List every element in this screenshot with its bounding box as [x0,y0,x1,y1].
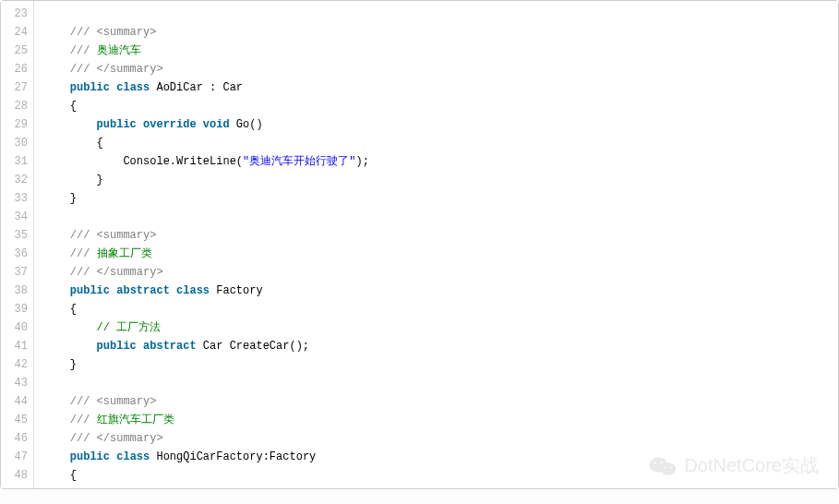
token: } [97,174,103,186]
token: class [176,284,210,297]
line-number: 38 [1,282,28,300]
token: /// </summary> [70,266,163,279]
line-number: 47 [1,448,28,466]
token: // 工厂方法 [97,321,162,334]
token: { [70,469,77,482]
line-number: 29 [1,115,28,134]
line-number: 44 [1,392,28,411]
code-line: } [43,355,838,374]
token: ); [355,155,368,168]
code-line: { [43,300,838,318]
token: public [70,81,110,94]
code-line [43,208,838,226]
line-number: 35 [1,226,28,245]
token: Car CreateCar(); [197,340,309,353]
code-line: /// </summary> [43,60,838,78]
line-number: 30 [1,134,28,152]
token: Factory [210,284,263,297]
line-number: 42 [1,355,28,374]
code-line: /// </summary> [43,263,838,282]
token: Console.WriteLine( [123,155,243,168]
token: Go() [230,118,263,131]
line-number: 37 [1,263,28,282]
line-number: 24 [1,23,28,42]
line-number: 39 [1,300,28,318]
line-number: 31 [1,152,28,171]
line-number: 25 [1,42,28,60]
code-line: /// 奥迪汽车 [43,42,838,60]
token: /// [70,247,97,260]
code-line: // 工厂方法 [43,318,838,337]
token: override [143,118,197,131]
token: /// <summary> [70,26,157,39]
code-line [43,374,838,392]
token: { [70,100,77,113]
code-line: public class HongQiCarFactory:Factory [43,448,838,466]
code-line: { [43,134,838,152]
line-number: 34 [1,208,28,226]
line-number: 23 [1,5,28,23]
line-number: 40 [1,318,28,337]
token: abstract [116,284,170,297]
token: 奥迪汽车 [97,44,141,57]
code-line: /// 红旗汽车工厂类 [43,411,838,429]
line-number: 43 [1,374,28,392]
line-number: 48 [1,466,28,485]
token: /// <summary> [70,395,157,408]
token: "奥迪汽车开始行驶了" [243,155,355,168]
line-number: 26 [1,60,28,78]
line-number: 32 [1,171,28,189]
code-line: { [43,466,838,485]
code-line: /// <summary> [43,226,838,245]
token [137,118,143,131]
token: public [97,340,137,353]
token: { [97,137,103,150]
line-number: 33 [1,189,28,208]
line-number-gutter: 2324252627282930313233343536373839404142… [1,1,34,488]
code-line: } [43,189,838,208]
token: /// <summary> [70,229,157,242]
code-line: public override void Go() [43,115,838,134]
code-line [43,5,838,23]
token: 抽象工厂类 [97,247,152,260]
token: } [70,358,77,371]
line-number: 36 [1,245,28,263]
code-line: /// 抽象工厂类 [43,245,838,263]
code-line: /// <summary> [43,23,838,42]
code-line: } [43,171,838,189]
token: HongQiCarFactory:Factory [150,450,316,463]
token: AoDiCar : Car [150,81,243,94]
token: public [70,284,110,297]
token: class [116,450,150,463]
code-line: Console.WriteLine("奥迪汽车开始行驶了"); [43,152,838,171]
code-area[interactable]: /// <summary> /// 奥迪汽车 /// </summary> pu… [34,1,838,488]
token: /// [70,414,97,426]
token: class [116,81,150,94]
code-line: /// <summary> [43,392,838,411]
token: /// [70,44,97,57]
token: 红旗汽车工厂类 [97,414,174,426]
code-line: public abstract class Factory [43,282,838,300]
token: { [70,303,77,316]
token: public [70,450,110,463]
code-line: { [43,97,838,115]
line-number: 28 [1,97,28,115]
token: } [70,192,77,205]
code-line: /// </summary> [43,429,838,448]
token: void [203,118,230,131]
token: abstract [143,340,197,353]
line-number: 45 [1,411,28,429]
line-number: 27 [1,78,28,97]
token [170,284,176,297]
token: /// </summary> [70,432,163,445]
token [197,118,203,131]
token: public [97,118,137,131]
token: /// </summary> [70,63,163,76]
line-number: 46 [1,429,28,448]
code-line: public class AoDiCar : Car [43,78,838,97]
line-number: 41 [1,337,28,355]
code-line: public abstract Car CreateCar(); [43,337,838,355]
code-editor: 2324252627282930313233343536373839404142… [0,0,839,489]
token [137,340,143,353]
